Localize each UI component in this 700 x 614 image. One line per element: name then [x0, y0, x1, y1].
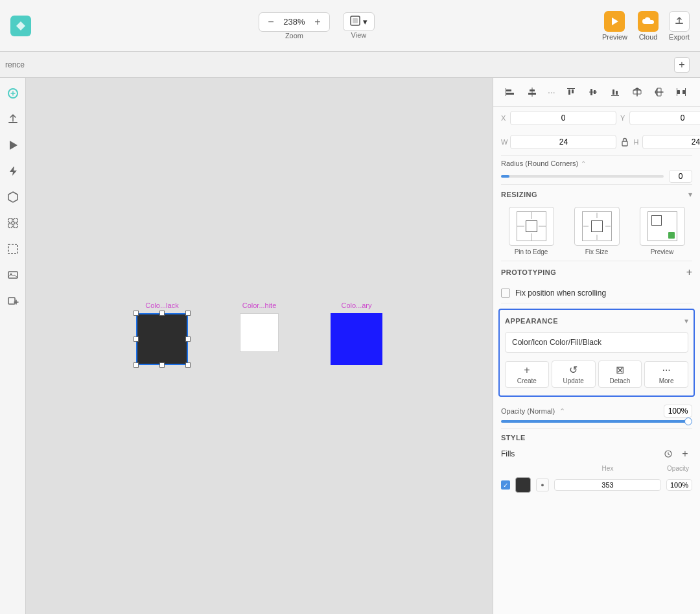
preview-inner-box	[651, 215, 662, 226]
canvas-item-blue[interactable]: Colo...ary	[331, 301, 382, 365]
fill-hex-input[interactable]	[554, 479, 661, 491]
fills-row: ✓ ●	[501, 473, 692, 497]
cloud-action[interactable]: Cloud	[638, 11, 659, 41]
align-top-button[interactable]	[562, 83, 580, 101]
zoom-plus-button[interactable]: +	[311, 16, 324, 29]
style-name-display[interactable]: Color/Icon Color/Fill/Black	[505, 332, 688, 353]
canvas-shape-black	[136, 313, 188, 365]
fix-position-checkbox[interactable]	[501, 289, 510, 298]
canvas-item-black[interactable]: Colo...lack	[136, 301, 188, 365]
prototyping-add-button[interactable]: +	[686, 266, 692, 278]
canvas-area[interactable]: Colo...lack Color...hite Colo...ary	[26, 78, 493, 614]
canvas-item-white[interactable]: Color...hite	[240, 301, 279, 352]
w-input[interactable]	[510, 135, 616, 149]
view-icon	[350, 16, 360, 28]
handle-bc[interactable]	[159, 362, 165, 368]
view-button[interactable]: ▾	[343, 12, 375, 31]
fill-enabled-checkbox[interactable]: ✓	[501, 480, 510, 490]
sidebar-icon-hex[interactable]	[3, 187, 23, 207]
fills-settings-button[interactable]	[661, 447, 675, 461]
resize-option-fix[interactable]: Fix Size	[566, 207, 627, 255]
position-row: X Y °	[493, 107, 700, 129]
svg-rect-22	[568, 89, 570, 95]
opacity-label-row: Opacity (Normal) ⌃	[501, 405, 692, 418]
align-middle-button[interactable]	[584, 83, 602, 101]
zoom-minus-button[interactable]: −	[264, 16, 277, 29]
svg-rect-15	[8, 298, 15, 304]
resize-option-pin[interactable]: Pin to Edge	[501, 207, 561, 255]
handle-mr[interactable]	[185, 337, 191, 342]
canvas-item-box-blue[interactable]	[331, 313, 382, 365]
align-left-button[interactable]	[501, 83, 519, 101]
sidebar-icon-play[interactable]	[3, 135, 23, 156]
style-section: STYLE Fills + Hex Opacity	[493, 429, 700, 497]
distribute-button[interactable]	[672, 83, 690, 101]
sidebar-icon-layers[interactable]	[3, 83, 23, 104]
appearance-create-button[interactable]: + Create	[505, 361, 549, 388]
opacity-stepper[interactable]: ⌃	[559, 407, 565, 415]
resize-option-preview[interactable]: Preview	[632, 207, 692, 255]
flip-v-button[interactable]	[650, 83, 668, 101]
svg-marker-2	[612, 18, 618, 25]
preview-box	[640, 207, 685, 246]
appearance-update-button[interactable]: ↺ Update	[552, 360, 596, 388]
handle-ml[interactable]	[134, 337, 139, 342]
sidebar-icon-lightning[interactable]	[3, 161, 23, 182]
prototyping-section-header[interactable]: PROTOTYPING +	[493, 261, 700, 283]
radius-value-input[interactable]	[669, 170, 692, 183]
handle-tl[interactable]	[134, 311, 139, 316]
fill-color-swatch[interactable]	[515, 477, 531, 493]
handle-tc[interactable]	[159, 311, 165, 316]
style-title: STYLE	[501, 434, 526, 442]
fill-type-button[interactable]: ●	[536, 478, 549, 491]
appearance-header[interactable]: APPEARANCE ▾	[500, 313, 694, 329]
add-panel-button[interactable]: +	[674, 57, 690, 73]
x-input[interactable]	[510, 111, 616, 125]
appearance-more-button[interactable]: ··· More	[644, 361, 688, 388]
radius-slider[interactable]	[501, 175, 664, 178]
alignment-row: ···	[493, 78, 700, 107]
preview-action[interactable]: Preview	[602, 11, 627, 41]
radius-slider-fill	[501, 175, 509, 178]
radius-label-row: Radius (Round Corners) ⌃	[501, 159, 692, 167]
preview-green-dot	[668, 232, 675, 239]
svg-rect-1	[353, 18, 358, 23]
canvas-item-box-white[interactable]	[240, 313, 279, 352]
opacity-label: Opacity (Normal) ⌃	[501, 407, 565, 416]
canvas-item-box-black[interactable]	[136, 313, 188, 365]
align-bottom-button[interactable]	[606, 83, 624, 101]
radius-slider-row	[501, 170, 692, 183]
lock-button[interactable]	[620, 136, 629, 148]
sidebar-icon-add-image[interactable]	[3, 290, 23, 311]
flip-h-button[interactable]	[628, 83, 646, 101]
opacity-slider-track[interactable]	[501, 420, 692, 423]
sidebar-icon-grid[interactable]	[3, 213, 23, 233]
sidebar-icon-upload[interactable]	[3, 109, 23, 130]
resizing-section-header[interactable]: RESIZING ▾	[493, 185, 700, 204]
prototyping-title: PROTOTYPING	[501, 268, 556, 276]
h-input[interactable]	[642, 135, 700, 149]
fill-opacity-input[interactable]	[666, 479, 692, 491]
export-action[interactable]: Export	[669, 11, 690, 41]
view-group: ▾ View	[343, 12, 375, 39]
left-sidebar	[0, 78, 26, 614]
fix-line-left	[583, 226, 589, 227]
opacity-slider-thumb[interactable]	[684, 418, 692, 425]
svg-marker-7	[8, 192, 18, 202]
sidebar-icon-select[interactable]	[3, 239, 23, 259]
handle-br[interactable]	[185, 362, 191, 368]
svg-rect-13	[8, 272, 18, 278]
y-input[interactable]	[629, 111, 700, 125]
more-label: More	[659, 377, 674, 384]
secondary-toolbar: rence +	[0, 52, 700, 78]
handle-tr[interactable]	[185, 311, 191, 316]
align-center-button[interactable]	[523, 83, 541, 101]
fills-add-button[interactable]: +	[678, 447, 692, 461]
opacity-section: Opacity (Normal) ⌃	[493, 402, 700, 428]
fix-size-box	[574, 207, 620, 246]
appearance-detach-button[interactable]: ⊠ Detach	[598, 360, 642, 388]
handle-bl[interactable]	[134, 362, 139, 368]
sidebar-icon-image[interactable]	[3, 265, 23, 285]
opacity-value-input[interactable]	[664, 405, 692, 418]
radius-stepper[interactable]: ⌃	[581, 160, 586, 167]
